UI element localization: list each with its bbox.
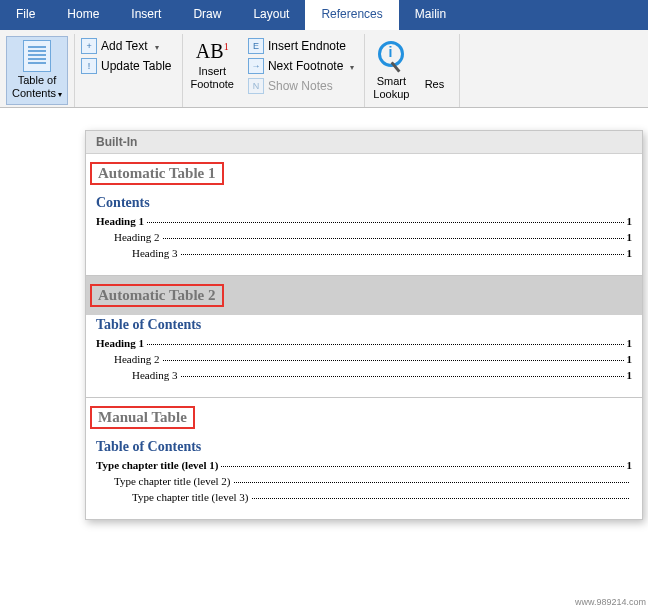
toc-entry: Heading 3 [96, 247, 178, 259]
toc-page: 1 [627, 337, 633, 349]
footnote-ab-icon: AB1 [196, 40, 229, 63]
preview-auto-table-1[interactable]: Contents Heading 11 Heading 21 Heading 3… [86, 193, 642, 275]
toc-page: 1 [627, 231, 633, 243]
group-toc: Table ofContents [4, 34, 75, 107]
add-text-button[interactable]: + Add Text [77, 36, 176, 56]
researcher-button[interactable]: Res [415, 46, 453, 95]
smart-lookup-icon: i [378, 41, 404, 67]
update-table-button[interactable]: ! Update Table [77, 56, 176, 76]
toc-heading: Table of Contents [96, 439, 632, 455]
toc-entry: Heading 2 [96, 353, 160, 365]
toc-document-icon [23, 40, 51, 72]
researcher-icon [421, 50, 447, 76]
ribbon: Table ofContents + Add Text ! Update Tab… [0, 30, 648, 108]
toc-heading: Contents [96, 195, 632, 211]
toc-gallery: Built-In Automatic Table 1 Contents Head… [85, 130, 643, 520]
tab-references[interactable]: References [305, 0, 398, 30]
insert-endnote-button[interactable]: E Insert Endnote [244, 36, 358, 56]
show-notes-icon: N [248, 78, 264, 94]
gallery-item-auto-table-1[interactable]: Automatic Table 1 [90, 162, 224, 185]
tab-draw[interactable]: Draw [177, 0, 237, 30]
chevron-down-icon [56, 87, 62, 99]
toc-entry: Type chapter title (level 1) [96, 459, 218, 471]
gallery-item-manual-table[interactable]: Manual Table [90, 406, 195, 429]
group-footnotes: AB1 InsertFootnote E Insert Endnote → Ne… [183, 34, 366, 107]
show-notes-button[interactable]: N Show Notes [244, 76, 358, 96]
insert-footnote-button[interactable]: AB1 InsertFootnote [185, 36, 240, 95]
gallery-item-auto-table-2[interactable]: Automatic Table 2 [90, 284, 224, 307]
tab-file[interactable]: File [0, 0, 51, 30]
ribbon-tabs: File Home Insert Draw Layout References … [0, 0, 648, 30]
chevron-down-icon [347, 59, 354, 73]
toc-page: 1 [627, 459, 633, 471]
toc-entry: Heading 1 [96, 337, 144, 349]
toc-page: 1 [627, 369, 633, 381]
tab-insert[interactable]: Insert [115, 0, 177, 30]
gallery-section-header: Built-In [86, 131, 642, 154]
tab-home[interactable]: Home [51, 0, 115, 30]
table-of-contents-button[interactable]: Table ofContents [6, 36, 68, 105]
preview-auto-table-2[interactable]: Table of Contents Heading 11 Heading 21 … [86, 315, 642, 397]
next-footnote-icon: → [248, 58, 264, 74]
group-research: i SmartLookup Res [365, 34, 460, 107]
next-footnote-button[interactable]: → Next Footnote [244, 56, 358, 76]
group-toc-options: + Add Text ! Update Table [75, 34, 183, 107]
toc-heading: Table of Contents [96, 317, 632, 333]
toc-page: 1 [627, 247, 633, 259]
toc-entry: Heading 1 [96, 215, 144, 227]
preview-manual-table[interactable]: Table of Contents Type chapter title (le… [86, 437, 642, 519]
toc-entry: Type chapter title (level 3) [96, 491, 249, 503]
watermark: www.989214.com [575, 597, 646, 607]
endnote-icon: E [248, 38, 264, 54]
update-icon: ! [81, 58, 97, 74]
tab-layout[interactable]: Layout [237, 0, 305, 30]
toc-entry: Heading 2 [96, 231, 160, 243]
toc-page: 1 [627, 353, 633, 365]
toc-page: 1 [627, 215, 633, 227]
toc-entry: Heading 3 [96, 369, 178, 381]
tab-mailings[interactable]: Mailin [399, 0, 462, 30]
smart-lookup-button[interactable]: i SmartLookup [367, 37, 415, 105]
chevron-down-icon [152, 39, 159, 53]
toc-entry: Type chapter title (level 2) [96, 475, 231, 487]
add-text-icon: + [81, 38, 97, 54]
